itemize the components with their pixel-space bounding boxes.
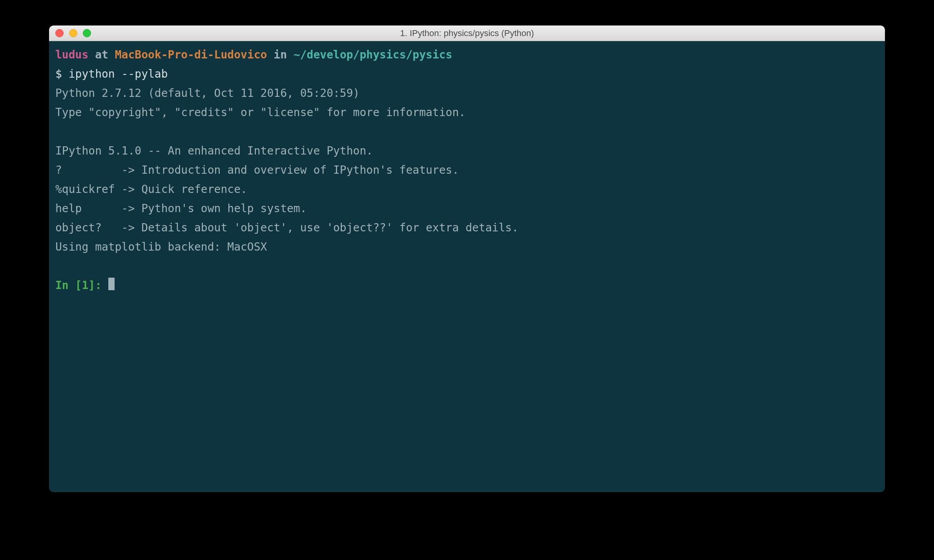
cursor <box>108 278 115 290</box>
minimize-button[interactable] <box>69 29 77 37</box>
output-line: Using matplotlib backend: MacOSX <box>55 240 267 253</box>
output-line: object? -> Details about 'object', use '… <box>55 221 518 234</box>
prompt-host: MacBook-Pro-di-Ludovico <box>115 48 267 61</box>
terminal-content[interactable]: ludus at MacBook-Pro-di-Ludovico in ~/de… <box>49 41 885 299</box>
output-line: Python 2.7.12 (default, Oct 11 2016, 05:… <box>55 87 366 100</box>
window-titlebar[interactable]: 1. IPython: physics/pysics (Python) <box>49 25 885 41</box>
output-line: IPython 5.1.0 -- An enhanced Interactive… <box>55 144 373 157</box>
traffic-lights <box>55 29 91 37</box>
output-line: ? -> Introduction and overview of IPytho… <box>55 164 459 176</box>
output-line: help -> Python's own help system. <box>55 202 307 215</box>
output-line: %quickref -> Quick reference. <box>55 183 247 196</box>
prompt-user: ludus <box>55 48 88 61</box>
prompt-in: in <box>267 48 293 61</box>
terminal-window: 1. IPython: physics/pysics (Python) ludu… <box>49 25 885 492</box>
close-button[interactable] <box>55 29 64 37</box>
prompt-symbol: $ <box>55 67 69 80</box>
input-prompt-number: 1 <box>82 279 88 292</box>
command-text: ipython --pylab <box>69 67 168 80</box>
input-prompt-suffix: ]: <box>88 279 108 292</box>
output-line: Type "copyright", "credits" or "license"… <box>55 106 465 119</box>
input-prompt-in: In [ <box>55 279 82 292</box>
prompt-at: at <box>88 48 115 61</box>
prompt-path: ~/develop/physics/pysics <box>294 48 452 61</box>
maximize-button[interactable] <box>83 29 91 37</box>
window-title: 1. IPython: physics/pysics (Python) <box>400 28 534 38</box>
